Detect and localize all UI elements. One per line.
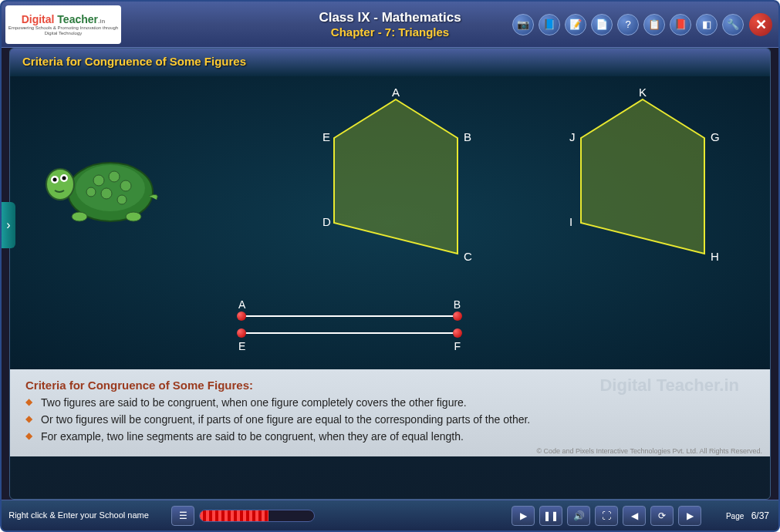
page-icon[interactable]: 📄 <box>591 14 613 35</box>
pause-button[interactable]: ❚❚ <box>539 506 562 526</box>
line-segments: A B E F <box>241 300 458 349</box>
bookmark-icon[interactable]: 📕 <box>670 14 691 35</box>
svg-point-7 <box>86 187 96 197</box>
school-name-prompt[interactable]: Right click & Enter your School name <box>2 510 156 520</box>
svg-marker-15 <box>334 99 458 254</box>
diagram-area: A B C D E K G H I J A B <box>10 76 770 369</box>
top-bar: Digital Teacher.in Empowering Schools & … <box>2 2 778 48</box>
progress-fill <box>200 510 268 521</box>
toolbar-icons: 📷 📘 📝 📄 ? 📋 📕 ◧ 🔧 <box>512 14 744 35</box>
prev-button[interactable]: ◀ <box>623 506 646 526</box>
svg-marker-16 <box>581 99 704 254</box>
vertex-label: H <box>711 250 719 263</box>
class-title: Class IX - Mathematics <box>319 10 461 25</box>
page-indicator: Page 6/37 <box>726 510 769 521</box>
watermark: Digital Teacher.in <box>599 375 739 396</box>
vertex-label: G <box>711 130 720 143</box>
endpoint-dot <box>453 311 462 321</box>
segment-label: B <box>454 298 461 311</box>
logo-tagline: Empowering Schools & Promoting Innovatio… <box>5 25 121 35</box>
chapter-title: Chapter - 7: Triangles <box>319 25 461 39</box>
vertex-label: D <box>322 215 331 228</box>
pentagon-figure-1: A B C D E <box>319 92 473 280</box>
volume-button[interactable]: 🔊 <box>567 506 590 526</box>
book-icon[interactable]: 📘 <box>539 14 560 35</box>
svg-point-14 <box>126 212 141 221</box>
section-title: Criteria for Congruence of Some Figures <box>22 55 758 68</box>
logo: Digital Teacher.in Empowering Schools & … <box>5 5 121 44</box>
svg-point-4 <box>120 180 131 191</box>
segment-label: A <box>238 298 245 311</box>
vertex-label: C <box>464 250 472 263</box>
endpoint-dot <box>237 311 246 321</box>
svg-point-5 <box>101 188 112 199</box>
vertex-label: K <box>639 86 647 99</box>
replay-button[interactable]: ⟳ <box>650 506 674 526</box>
help-icon[interactable]: ? <box>617 14 639 35</box>
turtle-illustration <box>33 146 172 231</box>
svg-point-10 <box>53 178 57 182</box>
toc-button[interactable]: ☰ <box>171 506 194 526</box>
pentagon-figure-2: K G H I J <box>566 92 720 280</box>
note-item: For example, two line segments are said … <box>25 430 755 443</box>
progress-bar[interactable] <box>199 510 315 522</box>
endpoint-dot <box>237 328 246 338</box>
vertex-label: J <box>569 130 576 143</box>
app-window: Digital Teacher.in Empowering Schools & … <box>0 0 780 532</box>
fullscreen-button[interactable]: ⛶ <box>595 506 618 526</box>
note-icon[interactable]: 📝 <box>565 14 586 35</box>
segment-label: F <box>454 340 461 352</box>
svg-point-3 <box>109 171 120 182</box>
notes-list: Two figures are said to be congruent, wh… <box>25 396 755 443</box>
camera-icon[interactable]: 📷 <box>512 14 534 35</box>
endpoint-dot <box>453 328 462 338</box>
svg-point-8 <box>46 169 74 200</box>
tool-icon[interactable]: 🔧 <box>722 14 744 35</box>
segment-ab: A B <box>241 315 458 317</box>
svg-point-13 <box>72 212 87 221</box>
segment-ef: E F <box>241 332 458 334</box>
expand-tab[interactable]: › <box>2 202 15 248</box>
play-button[interactable]: ▶ <box>512 506 535 526</box>
page-label: Page <box>726 512 744 520</box>
vertex-label: I <box>569 215 572 228</box>
svg-point-2 <box>93 175 104 186</box>
segment-label: E <box>238 340 245 352</box>
player-controls: ☰ <box>171 506 315 526</box>
notes-area: Digital Teacher.in Criteria for Congruen… <box>10 369 770 456</box>
copyright: © Code and Pixels Interactive Technologi… <box>536 447 762 455</box>
doc-icon[interactable]: 📋 <box>643 14 665 35</box>
content-area: Criteria for Congruence of Some Figures <box>9 48 771 500</box>
svg-point-6 <box>117 195 127 204</box>
bottom-bar: Right click & Enter your School name ☰ ▶… <box>2 500 778 530</box>
svg-point-12 <box>62 177 66 180</box>
media-controls: ▶ ❚❚ 🔊 ⛶ ◀ ⟳ ▶ <box>512 506 701 526</box>
vertex-label: B <box>464 130 471 143</box>
section-title-bar: Criteria for Congruence of Some Figures <box>10 49 770 76</box>
vertex-label: E <box>322 130 330 143</box>
note-item: Or two figures will be congruent, if par… <box>25 413 755 426</box>
title-area: Class IX - Mathematics Chapter - 7: Tria… <box>319 10 461 39</box>
vertex-label: A <box>392 86 400 99</box>
svg-point-1 <box>76 165 145 211</box>
next-button[interactable]: ▶ <box>678 506 701 526</box>
note-item: Two figures are said to be congruent, wh… <box>25 396 755 409</box>
close-button[interactable]: ✕ <box>749 13 772 36</box>
page-value: 6/37 <box>751 510 769 521</box>
eraser-icon[interactable]: ◧ <box>696 14 718 35</box>
